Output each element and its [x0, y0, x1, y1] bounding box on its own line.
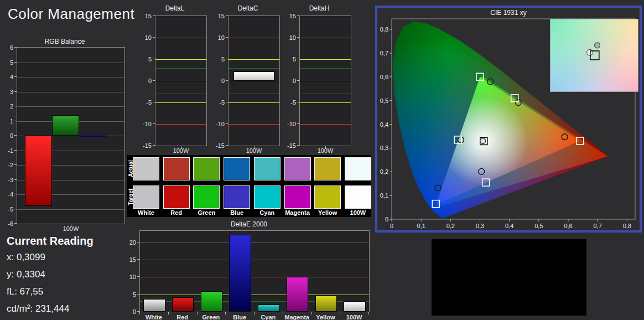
color-swatch — [284, 157, 311, 180]
y-tick-label: 0,3 — [380, 144, 388, 151]
gridline — [17, 63, 124, 63]
gridline — [17, 92, 124, 92]
reference-line — [300, 59, 351, 60]
delta-c-chart[interactable]: DeltaC151050-5-10-15100W — [215, 4, 281, 154]
x-tick-label: 0 — [390, 223, 393, 229]
swatch-column-label: Cyan — [252, 209, 283, 216]
y-tick — [137, 242, 139, 242]
y-tick — [226, 16, 228, 16]
y-tick — [226, 80, 228, 81]
y-tick — [14, 106, 17, 106]
y-tick-label: 6 — [4, 44, 13, 51]
x-tick — [254, 312, 255, 314]
reading-y: y: 0,3304 — [7, 269, 94, 280]
reference-line — [228, 124, 279, 125]
x-tick-label: 0,3 — [476, 223, 484, 229]
y-tick — [153, 80, 155, 81]
swatch-column-label: Green — [191, 209, 222, 216]
cie-1931-panel[interactable]: CIE 1931 xy 00,10,20,30,40,50,60,70,800,… — [375, 6, 642, 233]
y-tick — [297, 16, 299, 16]
reference-line — [155, 124, 206, 125]
x-tick — [139, 312, 140, 314]
swatch-column-label: 100W — [342, 209, 373, 216]
swatch-column-label: White — [131, 209, 162, 216]
chart-title: DeltaE 2000 — [127, 220, 371, 228]
y-tick-label: 10 — [215, 34, 225, 41]
y-tick — [297, 102, 299, 102]
x-tick-label: 0,2 — [446, 223, 455, 229]
category-label: Magenta — [283, 314, 311, 320]
color-swatch — [193, 185, 220, 209]
y-tick-label: -15 — [142, 142, 152, 149]
y-tick-label: 0,6 — [380, 74, 388, 80]
y-tick-label: 0,1 — [380, 192, 388, 199]
y-tick — [14, 76, 17, 77]
y-tick-label: 15 — [215, 13, 225, 19]
y-tick — [14, 194, 17, 194]
color-swatch — [314, 185, 341, 209]
y-tick-label: -3 — [4, 177, 13, 183]
y-tick-label: 0,5 — [380, 97, 388, 104]
bar — [25, 136, 52, 206]
x-tick — [168, 312, 169, 314]
color-swatch — [133, 157, 159, 180]
y-tick-label: 4 — [4, 74, 13, 80]
plot-area — [228, 16, 280, 146]
plot-area — [299, 16, 351, 146]
x-tick-label: 0,6 — [564, 223, 572, 229]
inset-marker-circle-filled — [595, 43, 600, 48]
reference-line — [155, 102, 206, 103]
swatch-column-label: Blue — [221, 209, 252, 216]
gridline — [17, 77, 124, 78]
y-tick-label: 0 — [215, 78, 225, 84]
y-tick-label: 5 — [286, 56, 296, 63]
color-swatch — [224, 157, 250, 180]
x-tick — [325, 146, 326, 148]
x-tick — [225, 312, 226, 314]
page-title: Color Management — [8, 6, 134, 23]
delta-h-chart[interactable]: DeltaH151050-5-10-15100W — [286, 4, 352, 154]
chart-title: DeltaH — [286, 4, 352, 12]
color-management-screen: Color Management RGB Balance6543210-1-2-… — [0, 0, 644, 320]
y-tick-label: 5 — [4, 59, 13, 66]
delta-l-chart[interactable]: DeltaL151050-5-10-15100W — [142, 4, 208, 154]
y-tick-label: -5 — [286, 99, 296, 106]
gridline — [140, 260, 369, 260]
color-swatch — [314, 157, 341, 180]
y-tick — [14, 135, 17, 136]
plot-area — [17, 47, 125, 224]
reference-line — [300, 68, 351, 69]
rgb-balance-chart[interactable]: RGB Balance6543210-1-2-3-4-5-6100W — [4, 38, 125, 233]
category-label: Cyan — [254, 314, 283, 320]
color-swatch — [163, 185, 190, 209]
swatch-column-label: Red — [161, 209, 192, 216]
reference-line — [300, 94, 351, 94]
color-swatch — [133, 185, 159, 209]
y-tick — [297, 59, 299, 59]
category-label: Yellow — [311, 314, 340, 320]
category-label: 100W — [340, 314, 368, 320]
color-swatch-table: ActualTargetWhiteRedGreenBlueCyanMagenta… — [127, 155, 371, 217]
chart-title: RGB Balance — [4, 38, 125, 45]
y-tick — [14, 164, 17, 165]
test-pattern-window — [432, 239, 586, 316]
y-tick-label: 0 — [385, 216, 388, 223]
bar — [233, 71, 274, 81]
y-tick-label: 3 — [4, 89, 13, 95]
y-tick — [137, 311, 139, 312]
swatch-column-label: Magenta — [282, 209, 313, 216]
delta-e-2000-chart[interactable]: DeltaE 200020151050WhiteRedGreenBlueCyan… — [127, 220, 371, 320]
color-swatch — [254, 157, 281, 180]
reading-fl: fL: 67,55 — [7, 286, 94, 297]
x-tick — [368, 312, 369, 314]
measured-point-white — [480, 138, 486, 144]
x-tick — [71, 224, 71, 226]
y-tick — [226, 102, 228, 102]
y-tick-label: -1 — [4, 147, 13, 154]
y-tick-label: -10 — [286, 121, 296, 127]
swatch-column-label: Yellow — [312, 209, 343, 216]
bar — [229, 235, 251, 312]
y-tick — [226, 145, 228, 146]
y-tick-label: 10 — [286, 34, 296, 41]
y-tick — [14, 47, 17, 48]
